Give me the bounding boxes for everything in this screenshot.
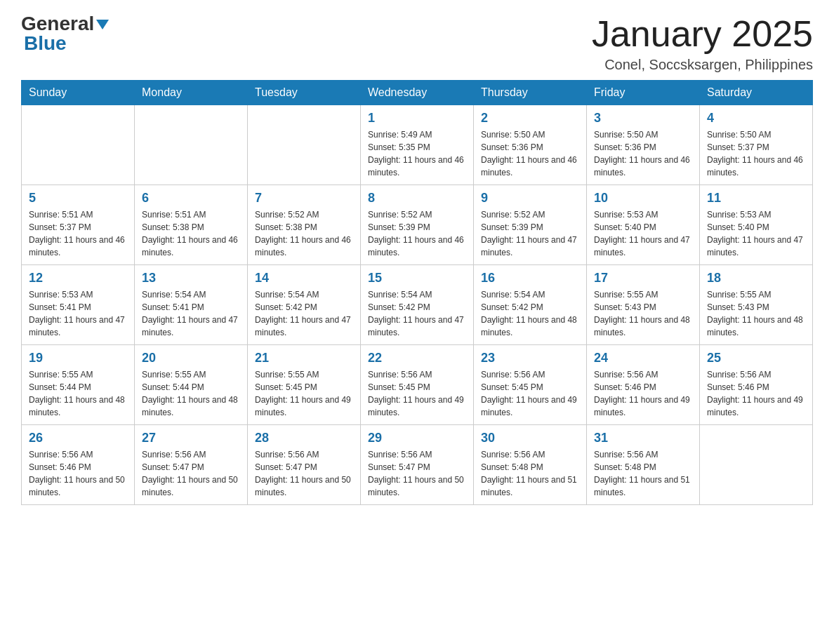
calendar-cell: 7Sunrise: 5:52 AMSunset: 5:38 PMDaylight…	[248, 185, 361, 265]
calendar-week-3: 12Sunrise: 5:53 AMSunset: 5:41 PMDayligh…	[22, 265, 813, 345]
day-number: 17	[594, 271, 692, 286]
day-info: Sunrise: 5:50 AMSunset: 5:37 PMDaylight:…	[707, 128, 805, 179]
weekday-header-friday: Friday	[587, 81, 700, 105]
day-info: Sunrise: 5:52 AMSunset: 5:38 PMDaylight:…	[255, 208, 353, 259]
day-info: Sunrise: 5:54 AMSunset: 5:42 PMDaylight:…	[481, 288, 579, 339]
day-info: Sunrise: 5:56 AMSunset: 5:48 PMDaylight:…	[481, 448, 579, 499]
weekday-header-monday: Monday	[135, 81, 248, 105]
day-number: 31	[594, 431, 692, 445]
weekday-header-sunday: Sunday	[22, 81, 135, 105]
calendar-cell: 1Sunrise: 5:49 AMSunset: 5:35 PMDaylight…	[361, 105, 474, 185]
calendar-header-row: SundayMondayTuesdayWednesdayThursdayFrid…	[22, 81, 813, 105]
calendar-title: January 2025	[592, 14, 813, 54]
calendar-week-2: 5Sunrise: 5:51 AMSunset: 5:37 PMDaylight…	[22, 185, 813, 265]
calendar-cell: 3Sunrise: 5:50 AMSunset: 5:36 PMDaylight…	[587, 105, 700, 185]
day-number: 26	[29, 431, 127, 445]
day-info: Sunrise: 5:56 AMSunset: 5:46 PMDaylight:…	[29, 448, 127, 499]
calendar-cell: 10Sunrise: 5:53 AMSunset: 5:40 PMDayligh…	[587, 185, 700, 265]
day-info: Sunrise: 5:55 AMSunset: 5:43 PMDaylight:…	[594, 288, 692, 339]
weekday-header-saturday: Saturday	[700, 81, 813, 105]
day-info: Sunrise: 5:55 AMSunset: 5:44 PMDaylight:…	[142, 368, 240, 419]
day-info: Sunrise: 5:56 AMSunset: 5:48 PMDaylight:…	[594, 448, 692, 499]
calendar-cell: 29Sunrise: 5:56 AMSunset: 5:47 PMDayligh…	[361, 425, 474, 505]
day-info: Sunrise: 5:53 AMSunset: 5:40 PMDaylight:…	[707, 208, 805, 259]
day-info: Sunrise: 5:54 AMSunset: 5:41 PMDaylight:…	[142, 288, 240, 339]
day-info: Sunrise: 5:56 AMSunset: 5:45 PMDaylight:…	[481, 368, 579, 419]
calendar-cell: 9Sunrise: 5:52 AMSunset: 5:39 PMDaylight…	[474, 185, 587, 265]
calendar-week-1: 1Sunrise: 5:49 AMSunset: 5:35 PMDaylight…	[22, 105, 813, 185]
calendar-cell: 31Sunrise: 5:56 AMSunset: 5:48 PMDayligh…	[587, 425, 700, 505]
calendar-cell: 28Sunrise: 5:56 AMSunset: 5:47 PMDayligh…	[248, 425, 361, 505]
calendar-cell: 23Sunrise: 5:56 AMSunset: 5:45 PMDayligh…	[474, 345, 587, 425]
day-number: 13	[142, 271, 240, 286]
day-number: 20	[142, 351, 240, 365]
day-number: 22	[368, 351, 466, 365]
day-number: 2	[481, 111, 579, 126]
day-number: 16	[481, 271, 579, 286]
day-info: Sunrise: 5:54 AMSunset: 5:42 PMDaylight:…	[255, 288, 353, 339]
calendar-cell: 8Sunrise: 5:52 AMSunset: 5:39 PMDaylight…	[361, 185, 474, 265]
day-number: 19	[29, 351, 127, 365]
day-number: 30	[481, 431, 579, 445]
day-info: Sunrise: 5:49 AMSunset: 5:35 PMDaylight:…	[368, 128, 466, 179]
calendar-cell: 25Sunrise: 5:56 AMSunset: 5:46 PMDayligh…	[700, 345, 813, 425]
day-info: Sunrise: 5:56 AMSunset: 5:46 PMDaylight:…	[594, 368, 692, 419]
day-number: 23	[481, 351, 579, 365]
calendar-table: SundayMondayTuesdayWednesdayThursdayFrid…	[21, 80, 813, 505]
calendar-cell	[22, 105, 135, 185]
day-number: 27	[142, 431, 240, 445]
day-info: Sunrise: 5:55 AMSunset: 5:45 PMDaylight:…	[255, 368, 353, 419]
calendar-cell	[135, 105, 248, 185]
day-info: Sunrise: 5:51 AMSunset: 5:37 PMDaylight:…	[29, 208, 127, 259]
weekday-header-tuesday: Tuesday	[248, 81, 361, 105]
day-info: Sunrise: 5:56 AMSunset: 5:47 PMDaylight:…	[368, 448, 466, 499]
day-info: Sunrise: 5:56 AMSunset: 5:47 PMDaylight:…	[255, 448, 353, 499]
calendar-week-5: 26Sunrise: 5:56 AMSunset: 5:46 PMDayligh…	[22, 425, 813, 505]
day-info: Sunrise: 5:53 AMSunset: 5:40 PMDaylight:…	[594, 208, 692, 259]
calendar-cell: 15Sunrise: 5:54 AMSunset: 5:42 PMDayligh…	[361, 265, 474, 345]
day-info: Sunrise: 5:52 AMSunset: 5:39 PMDaylight:…	[481, 208, 579, 259]
calendar-cell: 12Sunrise: 5:53 AMSunset: 5:41 PMDayligh…	[22, 265, 135, 345]
day-number: 9	[481, 191, 579, 206]
calendar-cell: 24Sunrise: 5:56 AMSunset: 5:46 PMDayligh…	[587, 345, 700, 425]
day-number: 25	[707, 351, 805, 365]
logo-triangle-icon	[96, 20, 109, 29]
day-number: 21	[255, 351, 353, 365]
day-number: 10	[594, 191, 692, 206]
day-number: 11	[707, 191, 805, 206]
day-number: 29	[368, 431, 466, 445]
day-info: Sunrise: 5:52 AMSunset: 5:39 PMDaylight:…	[368, 208, 466, 259]
day-number: 3	[594, 111, 692, 126]
day-number: 15	[368, 271, 466, 286]
day-info: Sunrise: 5:55 AMSunset: 5:44 PMDaylight:…	[29, 368, 127, 419]
calendar-cell: 14Sunrise: 5:54 AMSunset: 5:42 PMDayligh…	[248, 265, 361, 345]
day-info: Sunrise: 5:56 AMSunset: 5:46 PMDaylight:…	[707, 368, 805, 419]
calendar-cell: 18Sunrise: 5:55 AMSunset: 5:43 PMDayligh…	[700, 265, 813, 345]
day-number: 5	[29, 191, 127, 206]
day-info: Sunrise: 5:51 AMSunset: 5:38 PMDaylight:…	[142, 208, 240, 259]
calendar-cell: 17Sunrise: 5:55 AMSunset: 5:43 PMDayligh…	[587, 265, 700, 345]
logo-blue: Blue	[24, 34, 67, 53]
day-info: Sunrise: 5:53 AMSunset: 5:41 PMDaylight:…	[29, 288, 127, 339]
calendar-week-4: 19Sunrise: 5:55 AMSunset: 5:44 PMDayligh…	[22, 345, 813, 425]
calendar-cell: 30Sunrise: 5:56 AMSunset: 5:48 PMDayligh…	[474, 425, 587, 505]
day-number: 12	[29, 271, 127, 286]
weekday-header-thursday: Thursday	[474, 81, 587, 105]
day-info: Sunrise: 5:50 AMSunset: 5:36 PMDaylight:…	[594, 128, 692, 179]
day-info: Sunrise: 5:56 AMSunset: 5:47 PMDaylight:…	[142, 448, 240, 499]
calendar-cell: 21Sunrise: 5:55 AMSunset: 5:45 PMDayligh…	[248, 345, 361, 425]
calendar-cell: 27Sunrise: 5:56 AMSunset: 5:47 PMDayligh…	[135, 425, 248, 505]
calendar-cell	[700, 425, 813, 505]
day-info: Sunrise: 5:54 AMSunset: 5:42 PMDaylight:…	[368, 288, 466, 339]
day-info: Sunrise: 5:50 AMSunset: 5:36 PMDaylight:…	[481, 128, 579, 179]
day-info: Sunrise: 5:55 AMSunset: 5:43 PMDaylight:…	[707, 288, 805, 339]
day-number: 18	[707, 271, 805, 286]
calendar-location: Conel, Soccsksargen, Philippines	[592, 57, 813, 73]
calendar-cell: 13Sunrise: 5:54 AMSunset: 5:41 PMDayligh…	[135, 265, 248, 345]
day-number: 6	[142, 191, 240, 206]
calendar-cell: 5Sunrise: 5:51 AMSunset: 5:37 PMDaylight…	[22, 185, 135, 265]
weekday-header-wednesday: Wednesday	[361, 81, 474, 105]
page-header: General Blue January 2025 Conel, Soccsks…	[21, 14, 813, 73]
calendar-cell: 4Sunrise: 5:50 AMSunset: 5:37 PMDaylight…	[700, 105, 813, 185]
day-number: 4	[707, 111, 805, 126]
